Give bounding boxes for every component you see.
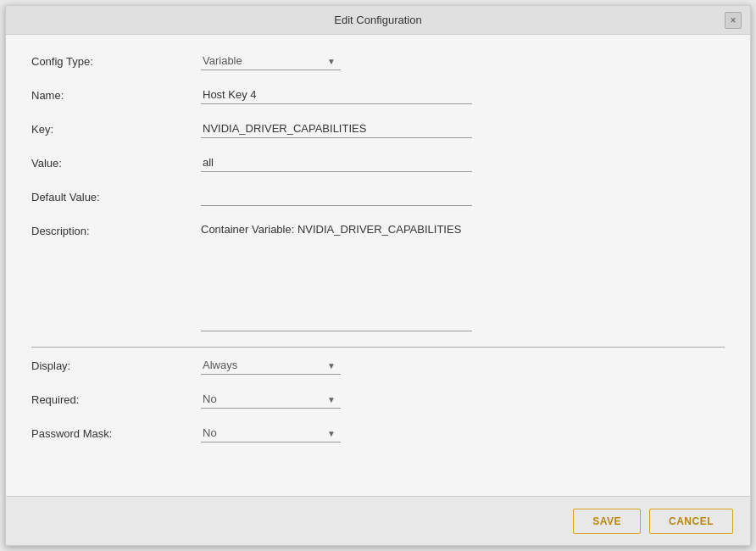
config-type-select[interactable]: Variable Label Device Port [201, 52, 341, 70]
form-content: Config Type: Variable Label Device Port … [6, 35, 750, 496]
value-row: Value: [31, 153, 725, 172]
key-label: Key: [31, 120, 201, 136]
config-type-wrapper: Variable Label Device Port ▼ [201, 52, 341, 70]
default-value-row: Default Value: [31, 187, 725, 206]
password-mask-label: Password Mask: [31, 424, 201, 440]
required-row: Required: No Yes ▼ [31, 390, 725, 409]
value-input[interactable] [201, 153, 472, 172]
required-select[interactable]: No Yes [201, 390, 341, 409]
key-row: Key: [31, 120, 725, 138]
display-label: Display: [31, 356, 201, 372]
config-type-label: Config Type: [31, 52, 201, 68]
default-value-label: Default Value: [31, 187, 201, 203]
cancel-button[interactable]: CANCEL [649, 509, 733, 534]
display-row: Display: Always Advanced Hide ▼ [31, 356, 725, 375]
default-value-input-wrap [201, 187, 472, 206]
title-bar: Edit Configuration × [6, 6, 750, 35]
password-mask-row: Password Mask: No Yes ▼ [31, 424, 725, 442]
description-label: Description: [31, 221, 201, 237]
password-mask-select[interactable]: No Yes [201, 424, 341, 442]
display-select-wrapper: Always Advanced Hide ▼ [201, 356, 341, 375]
required-select-wrapper: No Yes ▼ [201, 390, 341, 409]
required-label: Required: [31, 390, 201, 406]
save-button[interactable]: SAVE [573, 509, 641, 534]
description-row: Description: Container Variable: NVIDIA_… [31, 221, 725, 331]
display-select[interactable]: Always Advanced Hide [201, 356, 341, 375]
name-input-wrap [201, 86, 472, 104]
value-label: Value: [31, 153, 201, 170]
name-label: Name: [31, 86, 201, 102]
default-value-input[interactable] [201, 187, 472, 206]
key-input-wrap [201, 120, 472, 138]
config-type-row: Config Type: Variable Label Device Port … [31, 52, 725, 70]
value-input-wrap [201, 153, 472, 172]
name-input[interactable] [201, 86, 472, 104]
password-mask-select-wrapper: No Yes ▼ [201, 424, 341, 442]
edit-configuration-dialog: Edit Configuration × Config Type: Variab… [5, 5, 751, 546]
dialog-footer: SAVE CANCEL [6, 496, 750, 545]
name-row: Name: [31, 86, 725, 104]
key-input[interactable] [201, 120, 472, 138]
description-text: Container Variable: NVIDIA_DRIVER_CAPABI… [201, 221, 472, 331]
close-button[interactable]: × [725, 12, 742, 29]
dialog-title: Edit Configuration [334, 14, 421, 26]
close-icon: × [730, 14, 736, 26]
section-divider [31, 347, 725, 348]
